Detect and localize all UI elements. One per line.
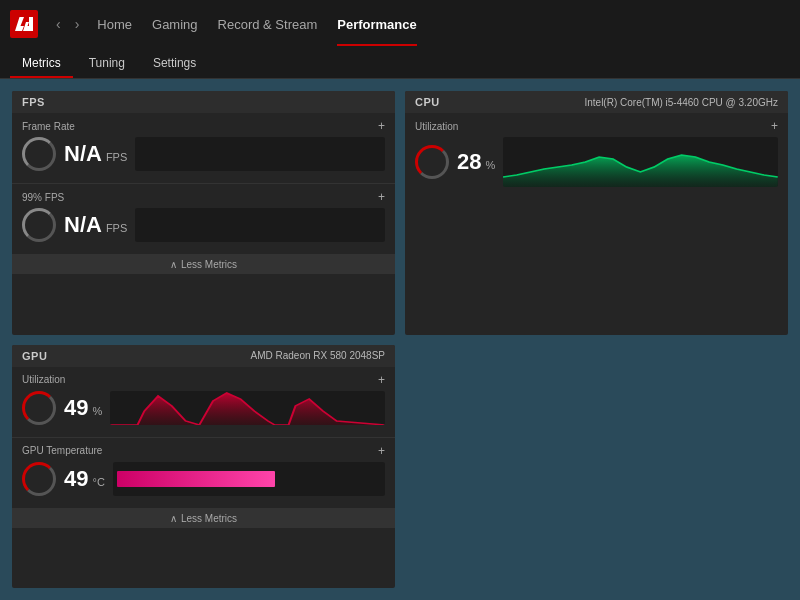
nav-performance[interactable]: Performance bbox=[337, 3, 416, 46]
gpu-temp-header: GPU Temperature + bbox=[22, 444, 385, 458]
cpu-util-label: Utilization bbox=[415, 121, 458, 132]
frame-rate-header: Frame Rate + bbox=[22, 119, 385, 133]
gpu-util-gauge bbox=[22, 391, 56, 425]
main-content: FPS Frame Rate + N/A FPS 99% FPS + bbox=[0, 79, 800, 600]
nav-gaming[interactable]: Gaming bbox=[152, 3, 198, 46]
cpu-util-value: 28 bbox=[457, 149, 481, 175]
nav-record-stream[interactable]: Record & Stream bbox=[218, 3, 318, 46]
gpu-card: GPU AMD Radeon RX 580 2048SP Utilization… bbox=[12, 345, 395, 589]
cpu-util-chart bbox=[503, 137, 778, 187]
fps99-value: N/A bbox=[64, 212, 102, 238]
frame-rate-section: Frame Rate + N/A FPS bbox=[12, 113, 395, 184]
gpu-temp-section: GPU Temperature + 49 °C bbox=[12, 438, 395, 509]
amd-logo bbox=[10, 10, 38, 38]
cpu-subtitle: Intel(R) Core(TM) i5-4460 CPU @ 3.20GHz bbox=[584, 97, 778, 108]
gpu-temp-chart bbox=[113, 462, 385, 496]
gpu-util-value-display: 49 % bbox=[64, 395, 102, 421]
gpu-util-label: Utilization bbox=[22, 374, 65, 385]
cpu-util-unit: % bbox=[485, 159, 495, 171]
gpu-less-metrics[interactable]: ∧ Less Metrics bbox=[12, 509, 395, 528]
gpu-util-unit: % bbox=[92, 405, 102, 417]
fps99-label: 99% FPS bbox=[22, 192, 64, 203]
gpu-subtitle: AMD Radeon RX 580 2048SP bbox=[250, 350, 385, 361]
gpu-less-metrics-label: Less Metrics bbox=[181, 513, 237, 524]
sub-tabs: Metrics Tuning Settings bbox=[0, 48, 800, 79]
nav-menu: Home Gaming Record & Stream Performance bbox=[97, 3, 790, 46]
frame-rate-row: N/A FPS bbox=[22, 137, 385, 171]
gpu-temp-label: GPU Temperature bbox=[22, 445, 102, 456]
cpu-card-header: CPU Intel(R) Core(TM) i5-4460 CPU @ 3.20… bbox=[405, 91, 788, 113]
gpu-util-header: Utilization + bbox=[22, 373, 385, 387]
forward-arrow[interactable]: › bbox=[71, 14, 84, 34]
gpu-util-chart bbox=[110, 391, 385, 425]
gpu-util-row: 49 % bbox=[22, 391, 385, 425]
gpu-temp-value: 49 bbox=[64, 466, 88, 492]
frame-rate-unit: FPS bbox=[106, 151, 127, 163]
fps-card-header: FPS bbox=[12, 91, 395, 113]
fps99-value-display: N/A FPS bbox=[64, 212, 127, 238]
frame-rate-value-display: N/A FPS bbox=[64, 141, 127, 167]
frame-rate-label: Frame Rate bbox=[22, 121, 75, 132]
cpu-util-gauge bbox=[415, 145, 449, 179]
cpu-util-section: Utilization + 28 % bbox=[405, 113, 788, 199]
cpu-card: CPU Intel(R) Core(TM) i5-4460 CPU @ 3.20… bbox=[405, 91, 788, 335]
fps99-chart bbox=[135, 208, 385, 242]
frame-rate-gauge bbox=[22, 137, 56, 171]
title-bar: ‹ › Home Gaming Record & Stream Performa… bbox=[0, 0, 800, 48]
fps99-gauge bbox=[22, 208, 56, 242]
gpu-temp-value-display: 49 °C bbox=[64, 466, 105, 492]
fps99-add[interactable]: + bbox=[378, 190, 385, 204]
gpu-card-header: GPU AMD Radeon RX 580 2048SP bbox=[12, 345, 395, 367]
chevron-up-icon: ∧ bbox=[170, 259, 177, 270]
tab-tuning[interactable]: Tuning bbox=[77, 48, 137, 78]
fps99-row: N/A FPS bbox=[22, 208, 385, 242]
gpu-util-chart-svg bbox=[110, 391, 385, 425]
cpu-util-row: 28 % bbox=[415, 137, 778, 187]
frame-rate-add[interactable]: + bbox=[378, 119, 385, 133]
gpu-util-add[interactable]: + bbox=[378, 373, 385, 387]
nav-arrows: ‹ › bbox=[52, 14, 83, 34]
fps-card: FPS Frame Rate + N/A FPS 99% FPS + bbox=[12, 91, 395, 335]
gpu-title: GPU bbox=[22, 350, 47, 362]
tab-settings[interactable]: Settings bbox=[141, 48, 208, 78]
svg-rect-0 bbox=[29, 17, 33, 31]
fps99-header: 99% FPS + bbox=[22, 190, 385, 204]
gpu-util-section: Utilization + 49 % bbox=[12, 367, 395, 438]
chevron-up-gpu-icon: ∧ bbox=[170, 513, 177, 524]
cpu-title: CPU bbox=[415, 96, 440, 108]
gpu-temp-add[interactable]: + bbox=[378, 444, 385, 458]
gpu-temp-gauge bbox=[22, 462, 56, 496]
fps-less-metrics[interactable]: ∧ Less Metrics bbox=[12, 255, 395, 274]
frame-rate-chart bbox=[135, 137, 385, 171]
fps99-unit: FPS bbox=[106, 222, 127, 234]
gpu-util-value: 49 bbox=[64, 395, 88, 421]
tab-metrics[interactable]: Metrics bbox=[10, 48, 73, 78]
fps-less-metrics-label: Less Metrics bbox=[181, 259, 237, 270]
cpu-util-value-display: 28 % bbox=[457, 149, 495, 175]
gpu-temp-bar-fill bbox=[117, 471, 276, 487]
back-arrow[interactable]: ‹ bbox=[52, 14, 65, 34]
cpu-util-add[interactable]: + bbox=[771, 119, 778, 133]
gpu-temp-row: 49 °C bbox=[22, 462, 385, 496]
cpu-util-header: Utilization + bbox=[415, 119, 778, 133]
fps99-section: 99% FPS + N/A FPS bbox=[12, 184, 395, 255]
cpu-chart-svg bbox=[503, 137, 778, 187]
gpu-temp-unit: °C bbox=[92, 476, 104, 488]
frame-rate-value: N/A bbox=[64, 141, 102, 167]
fps-title: FPS bbox=[22, 96, 45, 108]
nav-home[interactable]: Home bbox=[97, 3, 132, 46]
